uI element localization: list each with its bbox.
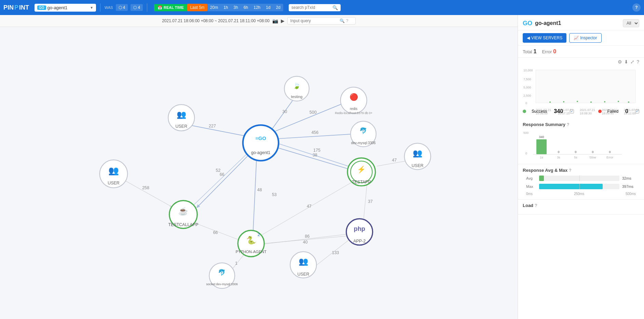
svg-text:USER: USER: [298, 272, 310, 277]
svg-text:47: 47: [392, 158, 397, 163]
svg-text:🐬: 🐬: [218, 269, 226, 276]
response-summary-section: Response Summary ? 500 0 340 0 0: [518, 119, 644, 164]
svg-text:2: 2: [258, 232, 260, 237]
time-3h-btn[interactable]: 3h: [231, 4, 241, 11]
chart-settings-btn[interactable]: ⚙: [618, 59, 622, 65]
logo-text: PIN: [3, 4, 14, 11]
search-icon[interactable]: 🔍: [332, 5, 338, 10]
svg-text:USER: USER: [108, 181, 120, 185]
agent-name-label: go-agent1: [47, 5, 68, 10]
agent-header: GO go-agent1 All: [518, 15, 644, 30]
svg-text:USER: USER: [412, 163, 424, 168]
total-value: 1: [533, 48, 536, 55]
avg-bar-track: [539, 176, 619, 181]
svg-text:1s: 1s: [540, 156, 543, 159]
graph-svg: 227 258 30 500 456 38 47: [0, 29, 518, 319]
horiz-axis: 0ms 250ms 500ms: [526, 192, 636, 196]
time-2d-btn[interactable]: 2d: [273, 4, 283, 11]
svg-point-95: [604, 101, 605, 102]
stat-out-icon: ⬡: [133, 5, 137, 10]
search-input[interactable]: [291, 5, 332, 10]
time-1h-btn[interactable]: 1h: [221, 4, 231, 11]
realtime-btn[interactable]: 📅 REAL TIME: [154, 4, 187, 11]
time-bar: 2021.07.21 18:06:00 +08:00 ~ 2021.07.21 …: [0, 15, 518, 27]
response-summary-label: Response Summary: [523, 122, 565, 127]
svg-text:37: 37: [368, 199, 373, 204]
load-section: Load ?: [518, 199, 644, 214]
max-bar: [539, 184, 603, 189]
svg-text:APP-2: APP-2: [353, 239, 366, 244]
axis-250ms: 250ms: [574, 192, 584, 196]
svg-text:0: 0: [558, 150, 559, 154]
time-12h-btn[interactable]: 12h: [251, 4, 263, 11]
svg-text:☕: ☕: [179, 207, 189, 216]
view-servers-icon: ◀: [527, 36, 530, 40]
agent-go-badge: GO: [37, 5, 46, 10]
avg-max-help-icon[interactable]: ?: [569, 168, 571, 173]
stat-in-btn[interactable]: ⬡ 4: [116, 4, 128, 11]
ts-x-labels: 2021.07.2118:06:00 2021.07.2118:07:15 20…: [536, 108, 639, 115]
search-box: 🔍: [289, 4, 341, 11]
max-row: Max 397ms: [526, 184, 636, 189]
video-icon[interactable]: 📷: [272, 18, 278, 24]
svg-text:TESTAPP: TESTAPP: [352, 180, 371, 184]
inspector-btn[interactable]: 📈 Inspector: [569, 33, 601, 43]
svg-text:👥: 👥: [299, 257, 309, 266]
success-dot: [523, 110, 526, 113]
time-20m-btn[interactable]: 20m: [207, 4, 221, 11]
panel-go-icon: GO: [523, 20, 532, 27]
view-servers-btn[interactable]: ◀ VIEW SERVERS: [523, 33, 566, 43]
chart-help-btn[interactable]: ?: [636, 59, 639, 65]
query-help-icon[interactable]: ?: [346, 18, 348, 23]
svg-text:socket:dev-mysql:3306: socket:dev-mysql:3306: [206, 282, 238, 286]
time-6h-btn[interactable]: 6h: [241, 4, 251, 11]
header-right: ?: [632, 3, 641, 12]
chart-toolbar: ⚙ ⬇ ⤢ ?: [518, 58, 644, 66]
svg-text:Redis-localhost:8379 db 0+: Redis-localhost:8379 db 0+: [335, 111, 372, 115]
load-label: Load: [523, 203, 533, 208]
svg-text:🔴: 🔴: [350, 93, 358, 101]
view-servers-label: VIEW SERVERS: [531, 36, 562, 40]
svg-text:php: php: [354, 225, 365, 232]
svg-point-50: [243, 125, 278, 161]
chart-expand-btn[interactable]: ⤢: [630, 59, 634, 65]
load-help-icon[interactable]: ?: [535, 203, 537, 208]
play-icon[interactable]: ▶: [281, 18, 285, 24]
svg-text:456: 456: [311, 130, 318, 135]
svg-text:52: 52: [216, 168, 221, 173]
chart-download-btn[interactable]: ⬇: [624, 59, 628, 65]
axis-500ms: 500ms: [626, 192, 636, 196]
svg-text:227: 227: [209, 124, 216, 128]
error-value: 0: [553, 48, 556, 55]
ts-x-label-4: 2021.07.2118:09:45: [602, 108, 617, 115]
svg-point-96: [618, 101, 619, 102]
time-1d-btn[interactable]: 1d: [263, 4, 273, 11]
svg-text:🍃: 🍃: [293, 82, 301, 89]
time-last5m-btn[interactable]: Last 5m: [187, 4, 207, 11]
query-box: 🔍 ?: [287, 17, 356, 25]
logo-dot: P: [14, 4, 18, 11]
agent-selector[interactable]: GO go-agent1 ▼: [35, 4, 96, 12]
svg-text:86: 86: [305, 234, 310, 239]
inspector-label: Inspector: [580, 36, 597, 40]
ts-x-label-1: 2021.07.2118:06:00: [536, 108, 551, 115]
svg-text:0: 0: [609, 150, 611, 154]
svg-text:7,500: 7,500: [523, 78, 531, 81]
query-input[interactable]: [290, 18, 338, 23]
svg-text:⚡: ⚡: [357, 165, 366, 174]
inspector-chart-icon: 📈: [574, 36, 579, 40]
avg-bar: [539, 176, 544, 181]
all-select[interactable]: All: [623, 19, 639, 27]
svg-text:3s: 3s: [557, 156, 560, 159]
help-btn[interactable]: ?: [632, 3, 641, 12]
svg-text:testing: testing: [291, 95, 302, 99]
query-search-icon[interactable]: 🔍: [340, 18, 345, 23]
svg-text:258: 258: [142, 185, 149, 190]
response-summary-help-icon[interactable]: ?: [567, 122, 569, 127]
header-divider-2: [147, 3, 147, 12]
stat-in-value: 4: [123, 5, 125, 10]
avg-row: Avg 32ms: [526, 176, 636, 181]
svg-text:2,500: 2,500: [523, 94, 531, 97]
svg-text:47: 47: [307, 204, 312, 209]
stat-out-btn[interactable]: ⬡ 4: [131, 4, 143, 11]
